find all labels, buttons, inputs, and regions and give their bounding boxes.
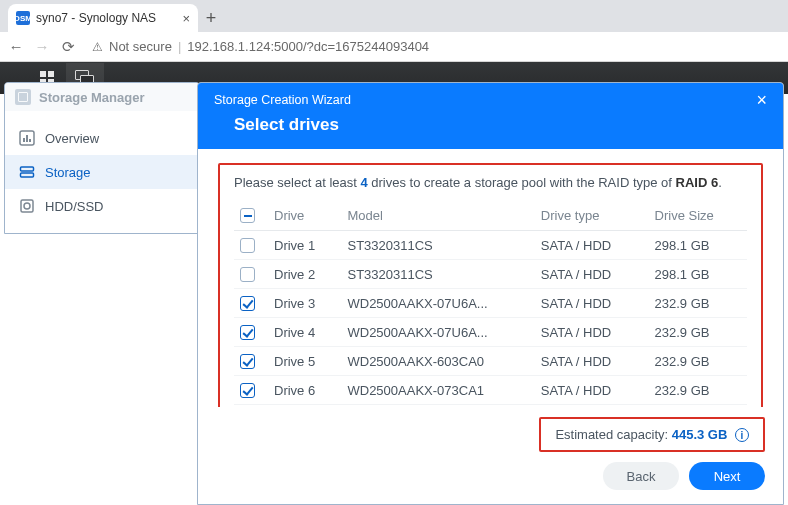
drive-selection-highlight: Please select at least 4 drives to creat… [218,163,763,407]
new-tab-button[interactable]: + [198,4,224,32]
cell-type: SATA / HDD [535,318,649,347]
cell-size: 232.9 GB [649,318,747,347]
sidebar-item-storage[interactable]: Storage [5,155,199,189]
url-separator: | [178,39,181,54]
close-tab-icon[interactable]: × [182,11,190,26]
cell-size: 232.9 GB [649,376,747,405]
browser-tab-strip: DSM syno7 - Synology NAS × + [0,0,788,32]
sidebar-item-label: Overview [45,131,99,146]
drive-checkbox[interactable] [240,325,255,340]
svg-point-7 [24,203,30,209]
cell-model: ST3320311CS [341,260,534,289]
security-label: Not secure [109,39,172,54]
cell-type: SATA / HDD [535,289,649,318]
next-button[interactable]: Next [689,462,765,490]
table-row[interactable]: Drive 4WD2500AAKX-07U6A...SATA / HDD232.… [234,318,747,347]
cell-model: WD2500AAKX-073CA1 [341,376,534,405]
sidebar-nav: Overview Storage HDD/SSD [5,111,199,233]
svg-rect-5 [21,173,34,177]
cell-drive: Drive 2 [268,260,341,289]
cell-drive: Drive 6 [268,376,341,405]
favicon-icon: DSM [16,11,30,25]
sidebar-item-hdd-ssd[interactable]: HDD/SSD [5,189,199,223]
estimated-capacity-label: Estimated capacity: [555,427,671,442]
info-icon[interactable]: i [735,428,749,442]
url-text: 192.168.1.124:5000/?dc=1675244093404 [187,39,429,54]
drive-checkbox[interactable] [240,383,255,398]
cell-type: SATA / HDD [535,260,649,289]
window-titlebar[interactable]: Storage Manager [5,83,199,111]
cell-drive: Drive 1 [268,231,341,260]
column-header-drive[interactable]: Drive [268,200,341,231]
browser-tab[interactable]: DSM syno7 - Synology NAS × [8,4,198,32]
selection-prompt: Please select at least 4 drives to creat… [234,175,747,190]
cell-drive: Drive 4 [268,318,341,347]
table-row[interactable]: Drive 2ST3320311CSSATA / HDD298.1 GB [234,260,747,289]
overview-icon [19,130,35,146]
wizard-body: Please select at least 4 drives to creat… [198,149,783,407]
address-bar[interactable]: ⚠ Not secure | 192.168.1.124:5000/?dc=16… [86,39,780,54]
cell-size: 232.9 GB [649,289,747,318]
wizard-header: Storage Creation Wizard × Select drives [198,83,783,149]
estimated-capacity-value: 445.3 GB [672,427,728,442]
cell-drive: Drive 5 [268,347,341,376]
svg-rect-4 [21,167,34,171]
cell-type: SATA / HDD [535,376,649,405]
svg-rect-6 [21,200,33,212]
cell-model: WD2500AAKX-603CA0 [341,347,534,376]
sidebar-item-overview[interactable]: Overview [5,121,199,155]
wizard-title: Storage Creation Wizard [214,93,351,107]
cell-size: 298.1 GB [649,231,747,260]
hdd-ssd-icon [19,198,35,214]
drive-table: Drive Model Drive type Drive Size Drive … [234,200,747,405]
reload-icon[interactable]: ⟳ [60,38,76,56]
cell-type: SATA / HDD [535,347,649,376]
svg-rect-1 [23,138,25,142]
back-icon[interactable]: ← [8,38,24,55]
browser-toolbar: ← → ⟳ ⚠ Not secure | 192.168.1.124:5000/… [0,32,788,62]
svg-rect-2 [26,135,28,142]
svg-rect-3 [29,139,31,142]
storage-icon [19,164,35,180]
cell-drive: Drive 3 [268,289,341,318]
table-row[interactable]: Drive 3WD2500AAKX-07U6A...SATA / HDD232.… [234,289,747,318]
storage-creation-wizard: Storage Creation Wizard × Select drives … [197,82,784,505]
cell-type: SATA / HDD [535,231,649,260]
estimated-capacity-highlight: Estimated capacity: 445.3 GB i [539,417,765,453]
cell-size: 232.9 GB [649,347,747,376]
browser-tab-title: syno7 - Synology NAS [36,11,176,25]
window-title: Storage Manager [39,90,144,105]
drive-checkbox[interactable] [240,238,255,253]
not-secure-icon: ⚠ [92,40,103,54]
storage-manager-icon [15,89,31,105]
cell-model: ST3320311CS [341,231,534,260]
forward-icon[interactable]: → [34,38,50,55]
sidebar-item-label: HDD/SSD [45,199,104,214]
cell-size: 298.1 GB [649,260,747,289]
column-header-model[interactable]: Model [341,200,534,231]
cursor-icon: ↖ [448,404,460,407]
sidebar-item-label: Storage [45,165,91,180]
table-row[interactable]: Drive 5WD2500AAKX-603CA0SATA / HDD232.9 … [234,347,747,376]
select-all-checkbox[interactable] [240,208,255,223]
drive-checkbox[interactable] [240,296,255,311]
back-button[interactable]: Back [603,462,679,490]
column-header-size[interactable]: Drive Size [649,200,747,231]
cell-model: WD2500AAKX-07U6A... [341,289,534,318]
table-row[interactable]: Drive 6WD2500AAKX-073CA1SATA / HDD232.9 … [234,376,747,405]
drive-checkbox[interactable] [240,267,255,282]
column-header-type[interactable]: Drive type [535,200,649,231]
cell-model: WD2500AAKX-07U6A... [341,318,534,347]
wizard-footer: Estimated capacity: 445.3 GB i Back Next [198,407,783,505]
drive-checkbox[interactable] [240,354,255,369]
wizard-step-title: Select drives [214,107,767,135]
storage-manager-window: Storage Manager Overview Storage HDD/SSD [4,82,200,234]
table-row[interactable]: Drive 1ST3320311CSSATA / HDD298.1 GB [234,231,747,260]
close-icon[interactable]: × [756,93,767,107]
